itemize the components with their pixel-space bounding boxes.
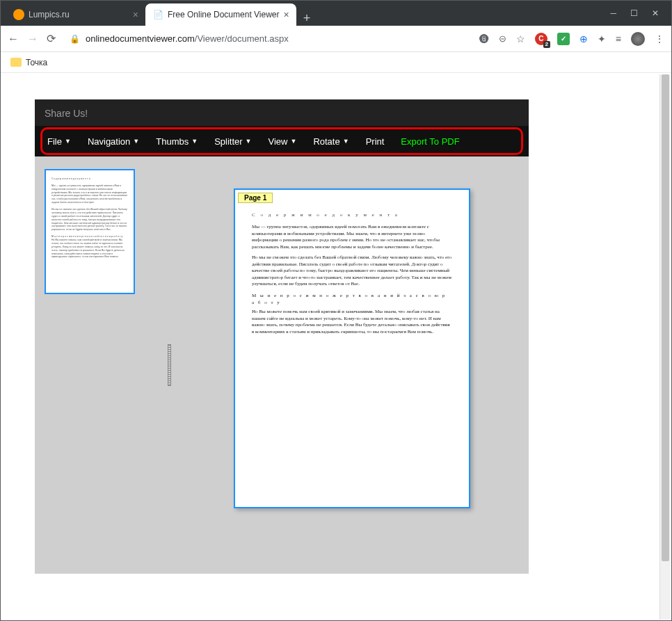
- profile-avatar[interactable]: [631, 32, 645, 46]
- doc-paragraph: Но Вы можете помочь нам своей критикой и…: [252, 309, 452, 335]
- menu-splitter[interactable]: Splitter▼: [214, 136, 251, 147]
- menu-navigation[interactable]: Navigation▼: [88, 136, 139, 147]
- share-us-label: Share Us!: [35, 99, 529, 126]
- browser-tab-inactive[interactable]: Lumpics.ru ×: [6, 3, 145, 26]
- scrollbar-thumb[interactable]: [662, 74, 669, 561]
- splitter-handle-icon: [168, 344, 171, 386]
- close-icon[interactable]: ×: [133, 9, 138, 20]
- extension-adblock-icon[interactable]: C: [535, 33, 547, 45]
- doc-heading: М ы н е п р о с и м п о ж е р т в о в а …: [252, 293, 452, 306]
- caret-down-icon: ▼: [65, 138, 71, 145]
- url-text: onlinedocumentviewer.com/Viewer/document…: [86, 33, 289, 44]
- thumbnails-pane: С о д е р ж и м о е д о к у м е н т а Мы…: [35, 156, 167, 574]
- document-pane[interactable]: Page 1 С о д е р ж и м о е д о к у м е н…: [171, 156, 529, 574]
- url-input[interactable]: 🔒 onlinedocumentviewer.com/Viewer/docume…: [64, 33, 471, 44]
- favicon-icon: [13, 9, 24, 20]
- globe-icon[interactable]: ⊕: [579, 33, 588, 45]
- menu-icon[interactable]: ⋮: [655, 33, 664, 45]
- page-content: Share Us! File▼ Navigation▼ Thumbs▼ Spli…: [1, 74, 671, 620]
- favicon-icon: 📄: [152, 9, 163, 20]
- extension-check-icon[interactable]: ✓: [557, 33, 570, 45]
- bookmark-item[interactable]: Точка: [26, 58, 47, 67]
- zoom-icon[interactable]: ⊝: [499, 33, 506, 44]
- menubar-wrapper: File▼ Navigation▼ Thumbs▼ Splitter▼ View…: [35, 126, 529, 156]
- page-scroll: Share Us! File▼ Navigation▼ Thumbs▼ Spli…: [1, 74, 659, 620]
- page-number-label: Page 1: [238, 193, 273, 203]
- lock-icon: 🔒: [70, 34, 80, 44]
- forward-button[interactable]: →: [27, 33, 38, 45]
- menubar: File▼ Navigation▼ Thumbs▼ Splitter▼ View…: [35, 126, 529, 156]
- reading-list-icon[interactable]: ≡: [616, 33, 621, 45]
- translate-icon[interactable]: 🅖: [479, 33, 489, 45]
- menu-thumbs[interactable]: Thumbs▼: [156, 136, 198, 147]
- maximize-button[interactable]: ☐: [630, 8, 638, 18]
- tab-title: Lumpics.ru: [29, 10, 70, 19]
- tabs-row: Lumpics.ru × 📄 Free Online Document View…: [1, 1, 598, 26]
- menu-file[interactable]: File▼: [47, 136, 71, 147]
- viewer-body: С о д е р ж и м о е д о к у м е н т а Мы…: [35, 156, 529, 574]
- caret-down-icon: ▼: [343, 138, 349, 145]
- window-controls: ─ ☐ ✕: [598, 8, 671, 18]
- reload-button[interactable]: ⟳: [47, 32, 56, 45]
- thumb-preview-text: С о д е р ж и м о е д о к у м е н т а Мы…: [51, 177, 128, 259]
- toolbar-icons: 🅖 ⊝ ☆ C ✓ ⊕ ✦ ≡ ⋮: [479, 32, 664, 46]
- document-viewer-app: Share Us! File▼ Navigation▼ Thumbs▼ Spli…: [35, 99, 529, 574]
- extensions-icon[interactable]: ✦: [598, 33, 606, 45]
- browser-tab-active[interactable]: 📄 Free Online Document Viewer ×: [145, 3, 296, 26]
- star-icon[interactable]: ☆: [516, 33, 525, 45]
- caret-down-icon: ▼: [246, 138, 252, 145]
- folder-icon: [10, 58, 22, 67]
- new-tab-button[interactable]: +: [296, 11, 318, 26]
- menu-export-pdf[interactable]: Export To PDF: [401, 136, 459, 147]
- back-button[interactable]: ←: [8, 33, 19, 45]
- page-thumbnail[interactable]: С о д е р ж и м о е д о к у м е н т а Мы…: [45, 169, 135, 294]
- doc-paragraph: Но мы не сможем это сделать без Вашей об…: [252, 255, 452, 287]
- menu-view[interactable]: View▼: [269, 136, 297, 147]
- caret-down-icon: ▼: [133, 138, 139, 145]
- menu-print[interactable]: Print: [366, 136, 385, 147]
- address-bar: ← → ⟳ 🔒 onlinedocumentviewer.com/Viewer/…: [1, 26, 671, 52]
- caret-down-icon: ▼: [191, 138, 198, 145]
- document-page: С о д е р ж и м о е д о к у м е н т а Мы…: [234, 188, 470, 508]
- doc-paragraph: Мы — группа энтузиастов, одержимых идеей…: [252, 224, 452, 250]
- vertical-scrollbar[interactable]: ▴: [659, 74, 671, 620]
- bookmark-bar: Точка: [1, 52, 671, 73]
- browser-window: Lumpics.ru × 📄 Free Online Document View…: [0, 0, 672, 621]
- close-icon[interactable]: ×: [284, 9, 289, 20]
- caret-down-icon: ▼: [290, 138, 296, 145]
- close-button[interactable]: ✕: [652, 8, 659, 18]
- minimize-button[interactable]: ─: [610, 8, 616, 18]
- menu-rotate[interactable]: Rotate▼: [313, 136, 349, 147]
- titlebar: Lumpics.ru × 📄 Free Online Document View…: [1, 1, 671, 26]
- doc-heading: С о д е р ж и м о е д о к у м е н т а: [252, 212, 452, 218]
- tab-title: Free Online Document Viewer: [168, 10, 280, 19]
